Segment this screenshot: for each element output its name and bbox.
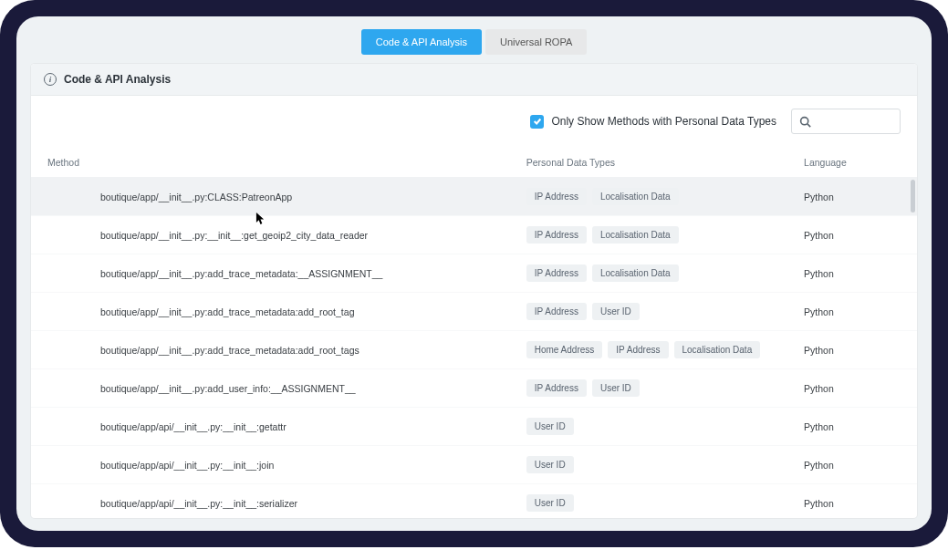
table-row[interactable]: boutique/app/api/__init__.py:__init__:ge… xyxy=(31,408,917,446)
panel-title: Code & API Analysis xyxy=(64,73,171,86)
tags-cell: Home AddressIP AddressLocalisation Data xyxy=(526,341,766,358)
checkbox-icon xyxy=(530,115,544,129)
data-type-tag[interactable]: Home Address xyxy=(526,341,603,358)
data-type-tag[interactable]: Localisation Data xyxy=(592,226,679,244)
tags-cell: IP AddressLocalisation Data xyxy=(526,264,766,282)
language-cell: Python xyxy=(766,383,902,394)
language-cell: Python xyxy=(766,498,902,509)
tags-cell: IP AddressLocalisation Data xyxy=(526,226,766,244)
main-panel: i Code & API Analysis Only Show Methods … xyxy=(31,64,917,518)
tab-universal-ropa[interactable]: Universal ROPA xyxy=(485,29,587,55)
column-header-language[interactable]: Language xyxy=(766,157,902,168)
filter-personal-data-checkbox[interactable]: Only Show Methods with Personal Data Typ… xyxy=(530,115,776,129)
method-cell: boutique/app/__init__.py:add_user_info:_… xyxy=(47,383,526,394)
tags-cell: User ID xyxy=(526,494,766,512)
data-type-tag[interactable]: Localisation Data xyxy=(674,341,761,358)
device-screen: Code & API Analysis Universal ROPA i Cod… xyxy=(16,16,932,531)
methods-table: Method Personal Data Types Language bout… xyxy=(31,147,917,518)
table-row[interactable]: boutique/app/api/__init__.py:__init__:jo… xyxy=(31,446,917,484)
method-cell: boutique/app/__init__.py:add_trace_metad… xyxy=(47,306,526,317)
svg-line-1 xyxy=(807,123,810,126)
data-type-tag[interactable]: Localisation Data xyxy=(592,264,679,282)
device-frame: Code & API Analysis Universal ROPA i Cod… xyxy=(0,0,948,547)
column-header-method[interactable]: Method xyxy=(47,157,526,168)
method-cell: boutique/app/api/__init__.py:__init__:ge… xyxy=(47,421,526,432)
method-cell: boutique/app/__init__.py:add_trace_metad… xyxy=(47,345,526,356)
method-cell: boutique/app/api/__init__.py:__init__:se… xyxy=(47,498,526,509)
language-cell: Python xyxy=(766,192,902,202)
table-row[interactable]: boutique/app/__init__.py:add_trace_metad… xyxy=(31,254,917,293)
data-type-tag[interactable]: IP Address xyxy=(526,226,587,244)
tags-cell: IP AddressLocalisation Data xyxy=(526,188,766,205)
table-row[interactable]: boutique/app/api/__init__.py:__init__:se… xyxy=(31,484,917,518)
search-icon xyxy=(799,116,811,128)
filter-label: Only Show Methods with Personal Data Typ… xyxy=(551,115,776,128)
language-cell: Python xyxy=(766,268,902,279)
method-cell: boutique/app/api/__init__.py:__init__:jo… xyxy=(47,460,526,471)
data-type-tag[interactable]: User ID xyxy=(526,418,574,435)
tabs-bar: Code & API Analysis Universal ROPA xyxy=(31,29,917,55)
language-cell: Python xyxy=(766,345,902,356)
data-type-tag[interactable]: Localisation Data xyxy=(592,188,679,205)
method-cell: boutique/app/__init__.py:CLASS:PatreonAp… xyxy=(47,192,526,202)
scrollbar-thumb[interactable] xyxy=(911,180,915,213)
data-type-tag[interactable]: User ID xyxy=(592,379,640,397)
language-cell: Python xyxy=(766,230,902,241)
data-type-tag[interactable]: IP Address xyxy=(526,264,587,282)
svg-point-0 xyxy=(801,117,808,124)
data-type-tag[interactable]: IP Address xyxy=(526,188,587,205)
data-type-tag[interactable]: User ID xyxy=(526,456,574,473)
tags-cell: User ID xyxy=(526,418,766,435)
data-type-tag[interactable]: User ID xyxy=(592,303,640,320)
table-row[interactable]: boutique/app/__init__.py:add_trace_metad… xyxy=(31,293,917,331)
panel-header: i Code & API Analysis xyxy=(31,64,917,96)
language-cell: Python xyxy=(766,460,902,471)
search-input[interactable] xyxy=(791,109,901,134)
table-row[interactable]: boutique/app/__init__.py:add_user_info:_… xyxy=(31,369,917,408)
data-type-tag[interactable]: IP Address xyxy=(526,303,587,320)
tags-cell: IP AddressUser ID xyxy=(526,303,766,320)
table-row[interactable]: boutique/app/__init__.py:CLASS:PatreonAp… xyxy=(31,178,917,216)
tags-cell: User ID xyxy=(526,456,766,473)
language-cell: Python xyxy=(766,306,902,317)
filter-row: Only Show Methods with Personal Data Typ… xyxy=(31,96,917,147)
data-type-tag[interactable]: User ID xyxy=(526,494,574,512)
table-header-row: Method Personal Data Types Language xyxy=(31,147,917,178)
method-cell: boutique/app/__init__.py:add_trace_metad… xyxy=(47,268,526,279)
info-icon: i xyxy=(44,73,57,86)
column-header-types[interactable]: Personal Data Types xyxy=(526,157,766,168)
data-type-tag[interactable]: IP Address xyxy=(608,341,668,358)
data-type-tag[interactable]: IP Address xyxy=(526,379,587,397)
language-cell: Python xyxy=(766,421,902,432)
tab-code-api-analysis[interactable]: Code & API Analysis xyxy=(361,29,482,55)
tags-cell: IP AddressUser ID xyxy=(526,379,766,397)
table-row[interactable]: boutique/app/__init__.py:__init__:get_ge… xyxy=(31,216,917,254)
table-row[interactable]: boutique/app/__init__.py:add_trace_metad… xyxy=(31,331,917,369)
method-cell: boutique/app/__init__.py:__init__:get_ge… xyxy=(47,230,526,241)
